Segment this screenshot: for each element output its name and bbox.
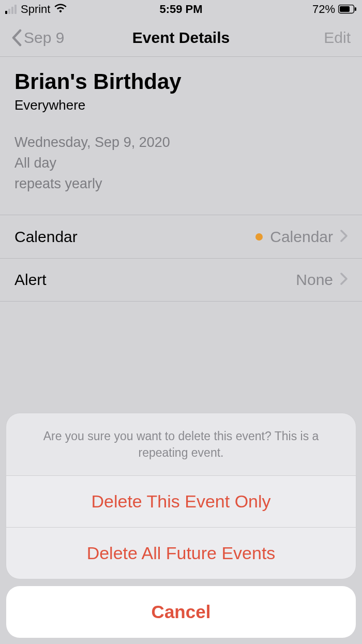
status-bar: Sprint 5:59 PM 72% [0,0,362,19]
nav-bar: Sep 9 Event Details Edit [0,19,362,57]
cancel-button[interactable]: Cancel [6,586,356,638]
calendar-row-label: Calendar [14,228,78,246]
event-time: All day [14,153,348,173]
chevron-left-icon [11,29,22,47]
alert-row-value: None [296,271,333,289]
action-sheet: Are you sure you want to delete this eve… [6,413,356,638]
event-repeat: repeats yearly [14,173,348,194]
back-button[interactable]: Sep 9 [11,29,64,47]
alert-row-label: Alert [14,271,47,289]
back-label: Sep 9 [24,29,64,47]
event-location: Everywhere [14,97,348,113]
alert-row[interactable]: Alert None [0,258,362,302]
delete-all-future-events-button[interactable]: Delete All Future Events [6,527,356,579]
page-title: Event Details [132,29,230,47]
chevron-right-icon [340,228,348,246]
action-sheet-message: Are you sure you want to delete this eve… [6,413,356,475]
cellular-signal-icon [5,5,17,14]
delete-this-event-button[interactable]: Delete This Event Only [6,475,356,527]
svg-rect-1 [340,6,350,12]
calendar-row[interactable]: Calendar Calendar [0,215,362,258]
chevron-right-icon [340,271,348,289]
wifi-icon [54,3,67,16]
calendar-color-dot-icon [255,233,263,241]
event-date: Wednesday, Sep 9, 2020 [14,132,348,153]
battery-percent-label: 72% [312,3,335,16]
calendar-row-value: Calendar [270,228,333,246]
event-title: Brian's Birthday [14,69,348,94]
svg-rect-2 [355,7,356,11]
edit-button[interactable]: Edit [324,29,351,47]
clock-label: 5:59 PM [159,3,202,16]
carrier-label: Sprint [21,3,50,16]
battery-icon [338,5,357,14]
